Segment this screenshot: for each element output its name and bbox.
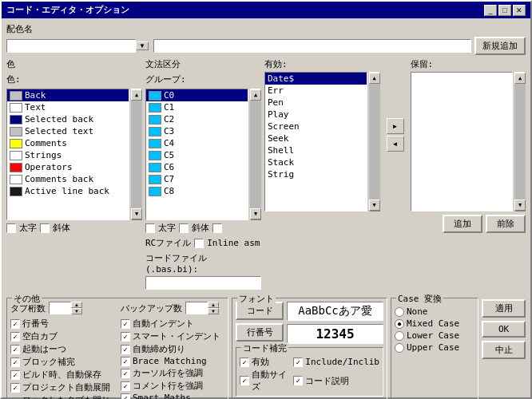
cursor-highlight-checkbox[interactable] — [121, 369, 130, 378]
enabled-item-strig[interactable]: Strig — [265, 168, 367, 180]
remove-button[interactable]: 前除 — [486, 215, 526, 233]
syntax-item-c3[interactable]: C3 — [146, 125, 248, 137]
colors-scroll-down[interactable]: ▼ — [131, 208, 142, 219]
maximize-button[interactable]: □ — [498, 5, 511, 16]
colors-listbox[interactable]: Back Text Selected back Selected te — [6, 89, 129, 220]
space-tab-checkbox[interactable] — [10, 332, 20, 342]
transfer-left-btn[interactable]: ◄ — [387, 136, 404, 152]
color-item-operators[interactable]: Operators — [7, 161, 129, 173]
font-lineno-button[interactable]: 行番号 — [236, 323, 284, 342]
close-button[interactable]: ✕ — [513, 5, 526, 16]
complete-code-desc-checkbox[interactable] — [293, 376, 303, 385]
transfer-buttons: ► ◄ — [387, 58, 404, 211]
comment-highlight-checkbox[interactable] — [121, 381, 130, 391]
syntax-scroll-up[interactable]: ▲ — [250, 89, 261, 101]
complete-include-checkbox[interactable] — [293, 358, 303, 367]
ok-button[interactable]: OK — [482, 321, 526, 338]
syntax-item-c0[interactable]: C0 — [146, 89, 248, 101]
complete-enabled-row: 有効 — [240, 356, 290, 368]
font-lineno-preview: 12345 — [287, 324, 383, 344]
palette-dropdown-btn[interactable]: ▼ — [136, 41, 149, 50]
memo-listbox[interactable] — [411, 72, 514, 211]
case-lower-row: Lower Case — [395, 330, 474, 341]
enabled-item-screen[interactable]: Screen — [265, 120, 367, 132]
code-file-input[interactable]: .bas.bi. — [145, 276, 261, 290]
lineno-checkbox[interactable] — [10, 319, 20, 329]
color-item-selected-text[interactable]: Selected text — [7, 125, 129, 137]
colors-italic-checkbox[interactable] — [40, 223, 50, 233]
colors-bold-checkbox[interactable] — [6, 223, 16, 233]
syntax-listbox[interactable]: C0 C1 C2 C3 — [145, 89, 248, 220]
color-item-comments[interactable]: Comments — [7, 137, 129, 149]
colors-scroll-up[interactable]: ▲ — [131, 89, 142, 101]
syntax-item-c1[interactable]: C1 — [146, 101, 248, 113]
smart-indent-checkbox[interactable] — [121, 332, 130, 342]
color-item-back[interactable]: Back — [7, 89, 129, 101]
syntax-scroll-down[interactable]: ▼ — [250, 208, 261, 219]
project-expand-checkbox[interactable] — [10, 383, 20, 393]
syntax-inline-checkbox[interactable] — [194, 239, 204, 248]
case-mixed-radio[interactable] — [395, 319, 404, 329]
syntax-item-c4[interactable]: C4 — [146, 137, 248, 149]
syntax-item-c2[interactable]: C2 — [146, 113, 248, 125]
syntax-rc-label: RCファイル — [145, 237, 191, 249]
case-lower-radio[interactable] — [395, 331, 404, 341]
startup-label: 起動はーつ — [22, 343, 66, 355]
tab-input[interactable]: 3 — [49, 302, 71, 314]
brace-match-checkbox[interactable] — [121, 357, 130, 366]
syntax-item-c5[interactable]: C5 — [146, 149, 248, 161]
syntax-bold-checkbox[interactable] — [145, 223, 155, 233]
new-add-button[interactable]: 新規追加 — [474, 37, 526, 55]
cancel-button[interactable]: 中止 — [482, 341, 526, 359]
autosave-checkbox[interactable] — [10, 370, 20, 380]
syntax-scrollbar[interactable]: ▲ ▼ — [250, 89, 261, 220]
palette-name-input[interactable]: WATANABE_Makoto — [153, 39, 471, 53]
enabled-item-date[interactable]: Date$ — [265, 73, 367, 85]
syntax-item-c8[interactable]: C8 — [146, 185, 248, 197]
block-complete-checkbox[interactable] — [10, 358, 20, 367]
enabled-item-seek[interactable]: Seek — [265, 132, 367, 144]
tab-spin-up[interactable]: ▲ — [71, 302, 82, 308]
minimize-button[interactable]: _ — [484, 5, 497, 16]
auto-close-checkbox[interactable] — [121, 345, 130, 354]
enabled-scroll-down[interactable]: ▼ — [369, 200, 380, 211]
apply-button[interactable]: 適用 — [482, 299, 526, 318]
startup-checkbox[interactable] — [10, 345, 20, 354]
backup-spin-up[interactable]: ▲ — [208, 302, 219, 308]
color-item-comments-back[interactable]: Comments back — [7, 173, 129, 185]
syntax-italic-checkbox[interactable] — [179, 223, 189, 233]
colors-scrollbar[interactable]: ▲ ▼ — [131, 89, 142, 220]
add-button[interactable]: 追加 — [443, 215, 482, 233]
transfer-right-btn[interactable]: ► — [387, 118, 404, 134]
complete-enabled-checkbox[interactable] — [240, 358, 249, 367]
complete-autosize-checkbox[interactable] — [240, 376, 249, 385]
memo-scrollbar[interactable]: ▲ ▼ — [514, 72, 526, 211]
enabled-item-stack[interactable]: Stack — [265, 156, 367, 168]
enabled-item-pen[interactable]: Pen — [265, 97, 367, 109]
enabled-scrollbar[interactable]: ▲ ▼ — [369, 72, 380, 211]
case-upper-radio[interactable] — [395, 343, 404, 353]
syntax-item-c6[interactable]: C6 — [146, 161, 248, 173]
smart-maths-checkbox[interactable] — [121, 393, 130, 400]
memo-scroll-up[interactable]: ▲ — [514, 73, 526, 84]
color-swatch-active-line — [10, 187, 22, 196]
enabled-item-err[interactable]: Err — [265, 85, 367, 97]
color-item-text[interactable]: Text — [7, 101, 129, 113]
case-none-radio[interactable] — [395, 307, 404, 317]
enabled-scroll-up[interactable]: ▲ — [369, 73, 380, 84]
backup-spin-down[interactable]: ▼ — [208, 308, 219, 314]
enabled-listbox[interactable]: Date$ Err Pen Play Screen Seek Shell Sta… — [264, 72, 367, 211]
color-item-selected-back[interactable]: Selected back — [7, 113, 129, 125]
color-item-active-line[interactable]: Active line back — [7, 185, 129, 197]
enabled-item-shell[interactable]: Shell — [265, 144, 367, 156]
memo-scroll-down[interactable]: ▼ — [514, 200, 526, 211]
backup-input[interactable]: 2 — [185, 302, 208, 314]
color-item-strings[interactable]: Strings — [7, 149, 129, 161]
syntax-item-c7[interactable]: C7 — [146, 173, 248, 185]
tab-spin-down[interactable]: ▼ — [71, 308, 82, 314]
syntax-swatch-c2 — [149, 115, 161, 124]
enabled-item-play[interactable]: Play — [265, 109, 367, 120]
palette-dropdown-input[interactable]: WATANABE_Makoto — [6, 39, 136, 53]
syntax-rc-checkbox[interactable] — [212, 223, 222, 233]
auto-indent-checkbox[interactable] — [121, 319, 130, 329]
